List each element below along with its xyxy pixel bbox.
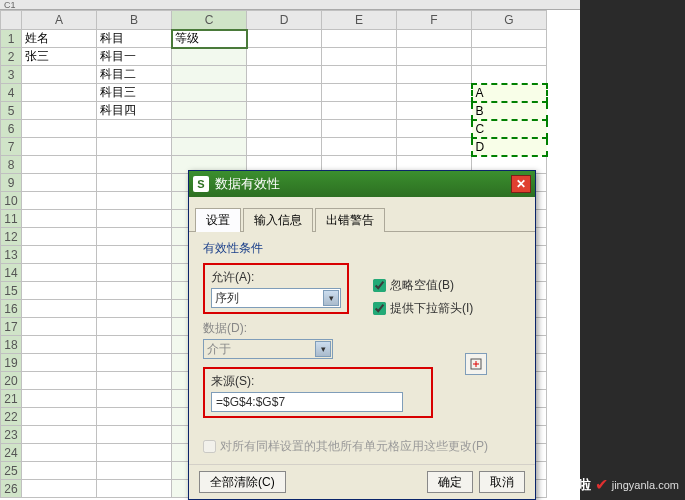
- col-header-d[interactable]: D: [247, 11, 322, 30]
- cell[interactable]: [22, 426, 97, 444]
- tab-error-alert[interactable]: 出错警告: [315, 208, 385, 232]
- cell[interactable]: 科目: [97, 30, 172, 48]
- select-all-corner[interactable]: [1, 11, 22, 30]
- dropdown-arrow-checkbox[interactable]: 提供下拉箭头(I): [373, 300, 521, 317]
- row-header[interactable]: 26: [1, 480, 22, 498]
- row-header[interactable]: 5: [1, 102, 22, 120]
- cell[interactable]: [97, 480, 172, 498]
- cell[interactable]: [172, 84, 247, 102]
- col-header-e[interactable]: E: [322, 11, 397, 30]
- row-header[interactable]: 24: [1, 444, 22, 462]
- cell[interactable]: [22, 300, 97, 318]
- cell[interactable]: 科目三: [97, 84, 172, 102]
- name-box[interactable]: C1: [0, 0, 580, 10]
- cell[interactable]: [22, 138, 97, 156]
- row-header[interactable]: 19: [1, 354, 22, 372]
- cell[interactable]: [22, 120, 97, 138]
- close-button[interactable]: ✕: [511, 175, 531, 193]
- row-header[interactable]: 2: [1, 48, 22, 66]
- cell[interactable]: [172, 120, 247, 138]
- cell[interactable]: [22, 336, 97, 354]
- cell[interactable]: [397, 102, 472, 120]
- cell-marching[interactable]: D: [472, 138, 547, 156]
- cell[interactable]: [97, 354, 172, 372]
- cell[interactable]: [22, 66, 97, 84]
- cell[interactable]: [322, 30, 397, 48]
- cell[interactable]: [97, 390, 172, 408]
- row-header[interactable]: 22: [1, 408, 22, 426]
- row-header[interactable]: 11: [1, 210, 22, 228]
- cell[interactable]: [97, 300, 172, 318]
- row-header[interactable]: 7: [1, 138, 22, 156]
- row-header[interactable]: 16: [1, 300, 22, 318]
- row-header[interactable]: 18: [1, 336, 22, 354]
- row-header[interactable]: 1: [1, 30, 22, 48]
- cell[interactable]: [97, 138, 172, 156]
- cell[interactable]: [247, 30, 322, 48]
- cell[interactable]: [97, 282, 172, 300]
- cell[interactable]: [172, 48, 247, 66]
- col-header-b[interactable]: B: [97, 11, 172, 30]
- cell[interactable]: [247, 138, 322, 156]
- cell[interactable]: [322, 120, 397, 138]
- cell[interactable]: 张三: [22, 48, 97, 66]
- cell-marching[interactable]: A: [472, 84, 547, 102]
- cell[interactable]: [97, 210, 172, 228]
- tab-input-message[interactable]: 输入信息: [243, 208, 313, 232]
- cell[interactable]: 科目四: [97, 102, 172, 120]
- row-header[interactable]: 17: [1, 318, 22, 336]
- row-header[interactable]: 15: [1, 282, 22, 300]
- cell[interactable]: [22, 174, 97, 192]
- cell[interactable]: [22, 444, 97, 462]
- row-header[interactable]: 6: [1, 120, 22, 138]
- cell[interactable]: [97, 372, 172, 390]
- cell[interactable]: [22, 390, 97, 408]
- cell[interactable]: [22, 354, 97, 372]
- cell[interactable]: [22, 264, 97, 282]
- cell[interactable]: [22, 480, 97, 498]
- cell[interactable]: [247, 84, 322, 102]
- cell[interactable]: [22, 246, 97, 264]
- cell[interactable]: [22, 156, 97, 174]
- cell[interactable]: [22, 408, 97, 426]
- cell[interactable]: [247, 120, 322, 138]
- cell[interactable]: [397, 48, 472, 66]
- source-input[interactable]: =$G$4:$G$7: [211, 392, 403, 412]
- cell[interactable]: [322, 66, 397, 84]
- row-header[interactable]: 3: [1, 66, 22, 84]
- cell[interactable]: [97, 318, 172, 336]
- col-header-f[interactable]: F: [397, 11, 472, 30]
- ok-button[interactable]: 确定: [427, 471, 473, 493]
- row-header[interactable]: 8: [1, 156, 22, 174]
- cell[interactable]: [397, 84, 472, 102]
- ignore-blank-input[interactable]: [373, 279, 386, 292]
- cell[interactable]: [97, 156, 172, 174]
- cell[interactable]: [472, 48, 547, 66]
- row-header[interactable]: 4: [1, 84, 22, 102]
- cell[interactable]: [322, 84, 397, 102]
- cell[interactable]: [22, 372, 97, 390]
- range-picker-button[interactable]: [465, 353, 487, 375]
- cell[interactable]: 科目一: [97, 48, 172, 66]
- col-header-a[interactable]: A: [22, 11, 97, 30]
- col-header-c[interactable]: C: [172, 11, 247, 30]
- cell[interactable]: [97, 336, 172, 354]
- row-header[interactable]: 21: [1, 390, 22, 408]
- cell[interactable]: [97, 246, 172, 264]
- cell[interactable]: [97, 426, 172, 444]
- cell-marching[interactable]: C: [472, 120, 547, 138]
- dropdown-arrow-input[interactable]: [373, 302, 386, 315]
- tab-settings[interactable]: 设置: [195, 208, 241, 232]
- row-header[interactable]: 25: [1, 462, 22, 480]
- chevron-down-icon[interactable]: ▾: [323, 290, 339, 306]
- cell[interactable]: [97, 228, 172, 246]
- row-header[interactable]: 14: [1, 264, 22, 282]
- row-header[interactable]: 9: [1, 174, 22, 192]
- cell[interactable]: [322, 48, 397, 66]
- cell[interactable]: [22, 318, 97, 336]
- cell[interactable]: [22, 192, 97, 210]
- cell-active[interactable]: 等级: [172, 30, 247, 48]
- row-header[interactable]: 23: [1, 426, 22, 444]
- cell[interactable]: [172, 102, 247, 120]
- allow-combo[interactable]: 序列 ▾: [211, 288, 341, 308]
